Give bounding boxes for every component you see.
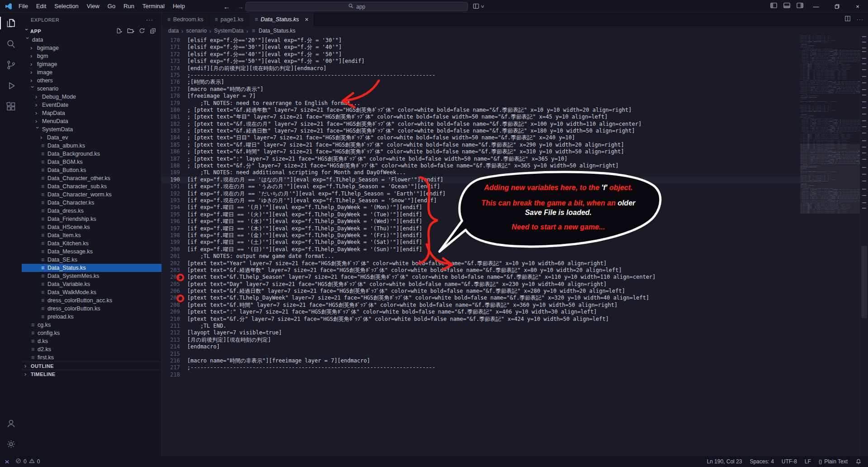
menu-file[interactable]: File bbox=[14, 0, 32, 13]
code-line[interactable]: 172[elsif exp="f.分=='40'"][eval exp="f.分… bbox=[162, 51, 800, 58]
file-Data_Item.ks[interactable]: ≡Data_Item.ks bbox=[22, 231, 161, 239]
line-number[interactable]: 214 bbox=[162, 343, 180, 350]
code-line[interactable]: 197[if exp="f.曜日 == '(木)'"][eval exp="f.… bbox=[162, 225, 800, 232]
line-number[interactable]: 195 bbox=[162, 211, 180, 218]
line-number[interactable]: 196 bbox=[162, 218, 180, 225]
refresh-icon[interactable] bbox=[139, 28, 145, 35]
command-center-search[interactable]: app bbox=[245, 2, 468, 11]
forward-icon[interactable]: → bbox=[237, 3, 244, 10]
code-line[interactable]: 188; [ptext text="&f.分" layer=7 size=21 … bbox=[162, 162, 800, 169]
settings-icon[interactable] bbox=[0, 434, 22, 454]
line-number[interactable]: 189 bbox=[162, 169, 180, 176]
code-line[interactable]: 194[if exp="f.曜日 == '(月)'"][eval exp="f.… bbox=[162, 204, 800, 211]
file-Data_Background.ks[interactable]: ≡Data_Background.ks bbox=[22, 150, 161, 158]
remote-indicator-icon[interactable] bbox=[4, 458, 10, 465]
extensions-icon[interactable] bbox=[0, 96, 22, 117]
line-number[interactable]: 197 bbox=[162, 225, 180, 232]
account-icon[interactable] bbox=[0, 413, 22, 434]
close-button[interactable]: × bbox=[847, 0, 868, 13]
folder-Data_ev[interactable]: ›Data_ev bbox=[22, 133, 161, 142]
line-number[interactable]: 188 bbox=[162, 162, 180, 169]
run-debug-icon[interactable] bbox=[0, 75, 22, 96]
line-number[interactable]: 211 bbox=[162, 323, 180, 329]
file-Data_Button.ks[interactable]: ≡Data_Button.ks bbox=[22, 166, 161, 174]
line-number[interactable]: 216 bbox=[162, 357, 180, 364]
file-Data_album.ks[interactable]: ≡Data_album.ks bbox=[22, 142, 161, 150]
code-line[interactable]: 213[月の前後判定][現在時刻の判定] bbox=[162, 337, 800, 343]
line-number[interactable]: 218 bbox=[162, 372, 180, 378]
breadcrumb-item[interactable]: Data_Status.ks bbox=[259, 28, 295, 34]
file-Data_Character_other.ks[interactable]: ≡Data_Character_other.ks bbox=[22, 174, 161, 182]
file-Data_Character.ks[interactable]: ≡Data_Character.ks bbox=[22, 199, 161, 207]
code-line[interactable]: 190[if exp="f.現在の月 == 'はなの月'"][eval exp=… bbox=[162, 176, 800, 183]
explorer-icon[interactable] bbox=[0, 13, 22, 33]
code-line[interactable]: 200[if exp="f.曜日 == '(日)'"][eval exp="f.… bbox=[162, 246, 800, 253]
code-line[interactable]: 218 bbox=[162, 372, 800, 378]
line-number[interactable]: 212 bbox=[162, 329, 180, 336]
line-number[interactable]: 181 bbox=[162, 114, 180, 120]
line-number[interactable]: 190 bbox=[162, 176, 180, 183]
code-line[interactable]: 180; [ptext text="&f.経過年数" layer=7 size=… bbox=[162, 107, 800, 114]
line-number[interactable]: 185 bbox=[162, 142, 180, 148]
file-Data_SystemMes.ks[interactable]: ≡Data_SystemMes.ks bbox=[22, 272, 161, 280]
code-line[interactable]: 205[ptext text="Day" layer=7 size=21 fac… bbox=[162, 281, 800, 288]
file-Data_HScene.ks[interactable]: ≡Data_HScene.ks bbox=[22, 223, 161, 231]
line-number[interactable]: 204 bbox=[162, 274, 180, 281]
menu-edit[interactable]: Edit bbox=[32, 0, 50, 13]
folder-image[interactable]: ›image bbox=[22, 68, 161, 76]
folder-scenario[interactable]: ›scenario bbox=[22, 85, 161, 93]
new-folder-icon[interactable] bbox=[127, 28, 134, 35]
vscode-logo-icon[interactable] bbox=[5, 3, 12, 10]
line-number[interactable]: 205 bbox=[162, 281, 180, 288]
folder-MenuData[interactable]: ›MenuData bbox=[22, 117, 161, 125]
file-Data_dress.ks[interactable]: ≡Data_dress.ks bbox=[22, 207, 161, 215]
problems-status[interactable]: 0 0 bbox=[15, 458, 40, 465]
code-line[interactable]: 202[ptext text="Year" layer=7 size=21 fa… bbox=[162, 260, 800, 267]
line-number[interactable]: 215 bbox=[162, 351, 180, 357]
file-Data_Character_sub.ks[interactable]: ≡Data_Character_sub.ks bbox=[22, 182, 161, 191]
line-number[interactable]: 213 bbox=[162, 337, 180, 343]
indentation[interactable]: Spaces: 4 bbox=[750, 458, 774, 465]
code-line[interactable]: 187; [ptext text=":" layer=7 size=21 fac… bbox=[162, 156, 800, 162]
folder-SystemData[interactable]: ›SystemData bbox=[22, 125, 161, 133]
code-line[interactable]: 178[freeimage layer = 7] bbox=[162, 93, 800, 100]
line-number[interactable]: 208 bbox=[162, 302, 180, 309]
line-number[interactable]: 209 bbox=[162, 309, 180, 315]
line-number[interactable]: 173 bbox=[162, 58, 180, 65]
layout-dropdown-icon[interactable]: ∨ bbox=[473, 3, 484, 10]
file-config.ks[interactable]: ≡config.ks bbox=[22, 329, 161, 337]
menu-go[interactable]: Go bbox=[104, 0, 119, 13]
toggle-panel-icon[interactable] bbox=[783, 2, 791, 11]
code-line[interactable]: 183; [ptext text="&f.経過日数" layer=7 size=… bbox=[162, 128, 800, 134]
code-line[interactable]: 212[layopt layer=7 visible=true] bbox=[162, 329, 800, 336]
file-preload.ks[interactable]: ≡preload.ks bbox=[22, 313, 161, 321]
code-line[interactable]: 209[ptext text=":" layer=7 size=21 face=… bbox=[162, 309, 800, 315]
file-d.ks[interactable]: ≡d.ks bbox=[22, 337, 161, 345]
code-line[interactable]: 174[endif][月の前後判定][現在時刻の判定][endmacro] bbox=[162, 65, 800, 72]
folder-bgm[interactable]: ›bgm bbox=[22, 52, 161, 60]
tab-page1.ks[interactable]: ≡page1.ks bbox=[209, 13, 250, 26]
code-line[interactable]: 210[ptext text="&f.分" layer=7 size=21 fa… bbox=[162, 316, 800, 323]
menu-help[interactable]: Help bbox=[169, 0, 189, 13]
line-number[interactable]: 202 bbox=[162, 260, 180, 267]
line-number[interactable]: 180 bbox=[162, 107, 180, 114]
folder-Debug_Mode[interactable]: ›Debug_Mode bbox=[22, 93, 161, 101]
close-icon[interactable]: × bbox=[305, 16, 308, 23]
code-line[interactable]: 215 bbox=[162, 351, 800, 357]
code-line[interactable]: 208[ptext text="&f.時間" layer=7 size=21 f… bbox=[162, 302, 800, 309]
code-line[interactable]: 186; [ptext text="&f.時間" layer=7 size=21… bbox=[162, 148, 800, 155]
toggle-secondary-sidebar-icon[interactable] bbox=[796, 2, 804, 11]
code-line[interactable]: 196[if exp="f.曜日 == '(水)'"][eval exp="f.… bbox=[162, 218, 800, 225]
file-Data_Kitchen.ks[interactable]: ≡Data_Kitchen.ks bbox=[22, 239, 161, 248]
search-icon[interactable] bbox=[0, 33, 22, 54]
file-dress_colorButton.ks[interactable]: ≡dress_colorButton.ks bbox=[22, 305, 161, 313]
file-Data_Variable.ks[interactable]: ≡Data_Variable.ks bbox=[22, 280, 161, 288]
minimize-button[interactable]: — bbox=[806, 0, 826, 13]
file-dress_colorButton_acc.ks[interactable]: ≡dress_colorButton_acc.ks bbox=[22, 296, 161, 305]
file-Data_Status.ks[interactable]: ≡Data_Status.ks bbox=[22, 264, 161, 272]
code-line[interactable]: 191[if exp="f.現在の月 == 'うみの月'"][eval exp=… bbox=[162, 183, 800, 190]
toggle-primary-sidebar-icon[interactable] bbox=[770, 2, 778, 11]
code-line[interactable]: 177[macro name="時間の表示"] bbox=[162, 86, 800, 93]
file-Data_BGM.ks[interactable]: ≡Data_BGM.ks bbox=[22, 158, 161, 166]
collapse-all-icon[interactable] bbox=[150, 28, 156, 35]
